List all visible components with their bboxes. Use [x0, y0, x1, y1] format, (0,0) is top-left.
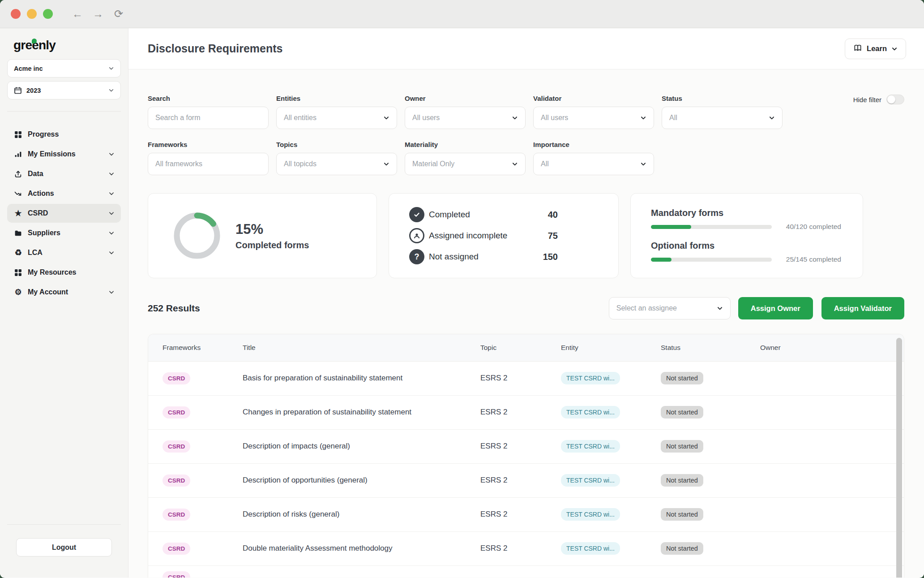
- learn-button[interactable]: Learn: [845, 39, 906, 59]
- stat-label: Completed: [429, 210, 535, 220]
- entities-select[interactable]: All entities: [276, 107, 397, 129]
- table-row[interactable]: CSRD: [148, 565, 904, 578]
- table-row[interactable]: CSRD Description of impacts (general) ES…: [148, 429, 904, 463]
- search-input[interactable]: [155, 114, 261, 122]
- forward-icon[interactable]: →: [92, 9, 104, 19]
- table-scrollbar[interactable]: [896, 338, 902, 578]
- year-selector[interactable]: 2023: [7, 81, 121, 99]
- filter-label: Entities: [276, 95, 397, 102]
- check-icon: [409, 207, 424, 222]
- minimize-button[interactable]: [27, 9, 37, 19]
- close-button[interactable]: [11, 9, 21, 19]
- table-row[interactable]: CSRD Double materiality Assessment metho…: [148, 531, 904, 565]
- table-row[interactable]: CSRD Description of opportunities (gener…: [148, 463, 904, 497]
- owner-select[interactable]: All users: [405, 107, 526, 129]
- sidebar-item-label: LCA: [28, 249, 108, 257]
- browser-chrome: ← → ⟳: [0, 0, 924, 28]
- page-header: Disclosure Requirements Learn: [128, 28, 924, 69]
- back-icon[interactable]: ←: [72, 9, 83, 19]
- grid-icon: [13, 269, 23, 276]
- filter-label: Owner: [405, 95, 526, 102]
- chevron-down-icon: [108, 87, 114, 93]
- sidebar-item-lca[interactable]: ♻ LCA: [7, 243, 121, 262]
- assignee-select[interactable]: Select an assignee: [609, 297, 731, 319]
- validator-select[interactable]: All users: [533, 107, 654, 129]
- table-header-row: Frameworks Title Topic Entity Status Own…: [148, 334, 904, 361]
- row-topic: ESRS 2: [480, 531, 561, 565]
- sidebar-item-csrd[interactable]: ★ CSRD: [7, 204, 121, 223]
- filter-label: Status: [662, 95, 783, 102]
- filter-importance: Importance All: [533, 141, 654, 175]
- framework-badge: CSRD: [163, 406, 190, 418]
- filter-owner: Owner All users: [405, 95, 526, 129]
- status-select[interactable]: All: [662, 107, 783, 129]
- row-title: Description of risks (general): [243, 497, 480, 531]
- filter-search: Search: [148, 95, 269, 129]
- topics-select[interactable]: All topicds: [276, 153, 397, 175]
- sidebar-item-data[interactable]: Data: [7, 164, 121, 183]
- assign-validator-button[interactable]: Assign Validator: [821, 297, 904, 319]
- stat-row-assigned-incomplete: Assigned incomplete 75: [409, 228, 558, 243]
- filter-label: Frameworks: [148, 141, 269, 148]
- learn-label: Learn: [867, 44, 887, 53]
- column-header-entity: Entity: [561, 334, 661, 361]
- organization-selector[interactable]: Acme inc: [7, 59, 121, 78]
- sidebar-item-my-emissions[interactable]: My Emissions: [7, 145, 121, 164]
- framework-badge: CSRD: [163, 509, 190, 521]
- sidebar-item-suppliers[interactable]: Suppliers: [7, 224, 121, 242]
- sidebar-item-label: Suppliers: [28, 229, 108, 237]
- chevron-down-icon: [891, 46, 898, 52]
- optional-progress-bar: [651, 258, 772, 262]
- row-owner: [760, 497, 904, 531]
- sidebar-item-label: Actions: [28, 190, 108, 198]
- row-owner: [760, 463, 904, 497]
- status-badge: Not started: [661, 508, 703, 521]
- column-header-frameworks: Frameworks: [148, 334, 243, 361]
- year-value: 2023: [26, 87, 108, 94]
- logo-leaf-icon: [32, 39, 37, 43]
- sidebar-item-my-account[interactable]: ⚙ My Account: [7, 283, 121, 302]
- framework-badge: CSRD: [163, 543, 190, 555]
- question-icon: ?: [409, 249, 424, 264]
- person-icon: [409, 228, 424, 243]
- frameworks-input[interactable]: [155, 160, 261, 168]
- status-badge: Not started: [661, 474, 703, 487]
- upload-icon: [13, 170, 23, 178]
- completion-label: Completed forms: [235, 240, 309, 250]
- chevron-down-icon: [512, 161, 518, 167]
- sidebar-item-my-resources[interactable]: My Resources: [7, 263, 121, 282]
- chevron-down-icon: [108, 210, 115, 216]
- logout-button[interactable]: Logout: [16, 538, 112, 556]
- importance-select[interactable]: All: [533, 153, 654, 175]
- row-owner: [760, 395, 904, 429]
- completion-percent: 15%: [235, 221, 309, 237]
- row-title: Description of impacts (general): [243, 429, 480, 463]
- stat-label: Not assigned: [429, 252, 535, 262]
- table-row[interactable]: CSRD Changes in preparation of sustainab…: [148, 395, 904, 429]
- mandatory-progress-caption: 40/120 completed: [786, 223, 841, 231]
- sidebar-item-label: Data: [28, 170, 108, 178]
- completion-card: 15% Completed forms: [148, 193, 377, 278]
- chevron-down-icon: [108, 230, 115, 236]
- filter-label: Importance: [533, 141, 654, 148]
- filter-label: Search: [148, 95, 269, 102]
- bar-chart-icon: [13, 151, 23, 158]
- hide-filter-toggle[interactable]: [886, 95, 904, 104]
- materiality-select[interactable]: Material Only: [405, 153, 526, 175]
- app-window: ← → ⟳ greenly Acme inc 2023 Progress: [0, 0, 924, 578]
- table-row[interactable]: CSRD Basis for preparation of sustainabi…: [148, 361, 904, 395]
- zoom-button[interactable]: [43, 9, 53, 19]
- reload-icon[interactable]: ⟳: [113, 9, 124, 19]
- sidebar-item-progress[interactable]: Progress: [7, 125, 121, 144]
- entity-badge: TEST CSRD wi...: [561, 508, 620, 521]
- assign-owner-button[interactable]: Assign Owner: [738, 297, 813, 319]
- column-header-topic: Topic: [480, 334, 561, 361]
- framework-badge: CSRD: [163, 571, 190, 578]
- status-badge: Not started: [661, 440, 703, 453]
- sidebar-item-actions[interactable]: Actions: [7, 184, 121, 203]
- chevron-down-icon: [108, 171, 115, 177]
- row-topic: ESRS 2: [480, 429, 561, 463]
- status-badge: Not started: [661, 406, 703, 418]
- book-icon: [853, 43, 862, 54]
- table-row[interactable]: CSRD Description of risks (general) ESRS…: [148, 497, 904, 531]
